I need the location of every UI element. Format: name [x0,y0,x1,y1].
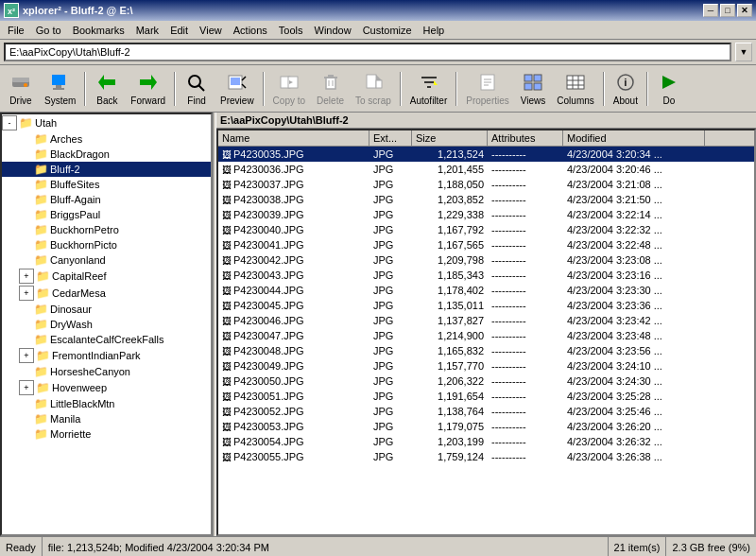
toolbar-btn-back[interactable]: Back [90,68,124,110]
file-row[interactable]: 🖼P4230050.JPGJPG1,206,322----------4/23/… [218,374,754,389]
tree-item-fremontindianpark[interactable]: +📁FremontIndianPark [2,347,211,364]
tree-item-label: BriggsPaul [50,209,100,220]
file-row[interactable]: 🖼P4230055.JPGJPG1,759,124----------4/23/… [218,449,754,464]
menu-item-customize[interactable]: Customize [357,23,418,38]
file-ext-cell: JPG [369,374,412,388]
col-header-modified[interactable]: Modified [563,130,705,146]
toolbar-btn-views[interactable]: Views [516,68,551,110]
expand-btn[interactable]: + [19,380,34,395]
app-icon: x² [4,3,19,18]
address-input[interactable] [4,43,731,61]
file-name-cell: 🖼P4230053.JPG [218,420,369,433]
menu-item-file[interactable]: File [2,23,30,38]
tree-item-buckhornpicto[interactable]: 📁BuckhornPicto [2,237,211,252]
toolbar-btn-preview[interactable]: Preview [215,68,259,110]
expand-btn[interactable]: + [19,286,34,301]
menu-item-bookmarks[interactable]: Bookmarks [67,23,130,38]
file-row[interactable]: 🖼P4230036.JPGJPG1,201,455----------4/23/… [218,162,754,177]
file-row[interactable]: 🖼P4230042.JPGJPG1,209,798----------4/23/… [218,252,754,268]
menu-item-tools[interactable]: Tools [273,23,309,38]
folder-tree[interactable]: -📁Utah📁Arches📁BlackDragon📁Bluff-2📁Bluffe… [0,113,213,536]
tree-item-label: FremontIndianPark [52,350,141,361]
minimize-button[interactable]: ─ [703,4,718,17]
toolbar-btn-about[interactable]: iAbout [609,68,643,110]
file-row[interactable]: 🖼P4230052.JPGJPG1,138,764----------4/23/… [218,404,754,419]
expand-btn[interactable]: + [19,269,34,284]
menu-item-help[interactable]: Help [418,23,451,38]
folder-icon: 📁 [34,193,48,206]
file-row[interactable]: 🖼P4230037.JPGJPG1,188,050----------4/23/… [218,177,754,192]
toolbar-btn-forward[interactable]: Forward [126,68,170,110]
tree-item-manila[interactable]: 📁Manila [2,411,211,426]
toolbar-btn-columns[interactable]: Columns [552,68,598,110]
tree-item-canyonland[interactable]: 📁Canyonland [2,252,211,268]
file-name-cell: 🖼P4230046.JPG [218,314,369,327]
file-row[interactable]: 🖼P4230035.JPGJPG1,213,524----------4/23/… [218,147,754,162]
expand-btn[interactable]: + [19,348,34,363]
menu-item-actions[interactable]: Actions [228,23,273,38]
file-ext-cell: JPG [369,435,412,448]
close-button[interactable]: ✕ [737,4,752,17]
tree-item-bluff-2[interactable]: 📁Bluff-2 [2,162,211,177]
tree-item-label: CedarMesa [52,287,106,299]
col-header-name[interactable]: Name [218,130,369,146]
tree-item-blackdragon[interactable]: 📁BlackDragon [2,147,211,162]
menu-item-view[interactable]: View [194,23,228,38]
file-row[interactable]: 🖼P4230046.JPGJPG1,137,827----------4/23/… [218,313,754,328]
col-header-ext[interactable]: Ext... [369,130,412,146]
tree-item-littleblackmtn[interactable]: 📁LittleBlackMtn [2,396,211,411]
tree-item-label: BlackDragon [50,148,110,160]
tree-item-arches[interactable]: 📁Arches [2,131,211,147]
tree-item-buckhornpetro[interactable]: 📁BuckhornPetro [2,222,211,237]
file-row[interactable]: 🖼P4230047.JPGJPG1,214,900----------4/23/… [218,328,754,343]
tree-item-drywash[interactable]: 📁DryWash [2,317,211,332]
file-row[interactable]: 🖼P4230045.JPGJPG1,135,011----------4/23/… [218,298,754,313]
tree-item-dinosaur[interactable]: 📁Dinosaur [2,302,211,317]
toolbar-btn-find[interactable]: Find [180,68,214,110]
file-attr-cell: ---------- [488,314,563,327]
toolbar: DriveSystemBackForwardFindPreviewCopy to… [0,65,756,113]
tree-item-horseshecanyon[interactable]: 📁HorsesheCanyon [2,364,211,379]
tree-item-hovenweep[interactable]: +📁Hovenweep [2,379,211,396]
menu-item-edit[interactable]: Edit [164,23,194,38]
file-row[interactable]: 🖼P4230038.JPGJPG1,203,852----------4/23/… [218,192,754,207]
file-row[interactable]: 🖼P4230041.JPGJPG1,167,565----------4/23/… [218,237,754,252]
col-header-size[interactable]: Size [412,130,488,146]
file-row[interactable]: 🖼P4230039.JPGJPG1,229,338----------4/23/… [218,207,754,222]
toolbar-btn-do[interactable]: Do [652,68,686,110]
file-row[interactable]: 🖼P4230048.JPGJPG1,165,832----------4/23/… [218,343,754,358]
tree-item-utah[interactable]: -📁Utah [2,114,211,131]
file-row[interactable]: 🖼P4230043.JPGJPG1,185,343----------4/23/… [218,268,754,283]
file-list-body[interactable]: 🖼P4230035.JPGJPG1,213,524----------4/23/… [218,147,754,534]
file-size-cell: 1,135,011 [412,299,488,312]
file-row[interactable]: 🖼P4230053.JPGJPG1,179,075----------4/23/… [218,419,754,434]
file-row[interactable]: 🖼P4230049.JPGJPG1,157,770----------4/23/… [218,358,754,374]
tree-item-cedarmesa[interactable]: +📁CedarMesa [2,285,211,302]
maximize-button[interactable]: □ [720,4,735,17]
expand-btn[interactable]: - [2,115,17,130]
status-item-count: 21 item(s) [609,537,667,556]
toolbar-btn-drive[interactable]: Drive [4,68,38,110]
tree-item-label: Bluff-Again [50,194,101,205]
tree-item-briggspaul[interactable]: 📁BriggsPaul [2,207,211,222]
tree-item-capitalreef[interactable]: +📁CapitalReef [2,268,211,285]
svg-rect-13 [231,78,240,85]
file-attr-cell: ---------- [488,420,563,433]
col-header-attributes[interactable]: Attributes [488,130,563,146]
toolbar-btn-system[interactable]: System [40,68,80,110]
tree-item-bluffesites[interactable]: 📁BluffeSites [2,177,211,192]
menu-item-go-to[interactable]: Go to [30,23,67,38]
toolbar-btn-autofilter[interactable]: Autofilter [405,68,452,110]
tree-item-bluff-again[interactable]: 📁Bluff-Again [2,192,211,207]
menu-item-window[interactable]: Window [309,23,357,38]
address-dropdown[interactable]: ▼ [735,43,752,61]
file-row[interactable]: 🖼P4230054.JPGJPG1,203,199----------4/23/… [218,434,754,449]
file-row[interactable]: 🖼P4230040.JPGJPG1,167,792----------4/23/… [218,222,754,237]
file-row[interactable]: 🖼P4230044.JPGJPG1,178,402----------4/23/… [218,283,754,298]
tree-item-morriette[interactable]: 📁Morriette [2,426,211,442]
tree-item-escalantecalfcreekfalls[interactable]: 📁EscalanteCalfCreekFalls [2,332,211,347]
file-name-cell: 🖼P4230039.JPG [218,208,369,221]
toolbar-separator [603,72,605,106]
file-row[interactable]: 🖼P4230051.JPGJPG1,191,654----------4/23/… [218,389,754,404]
menu-item-mark[interactable]: Mark [130,23,164,38]
